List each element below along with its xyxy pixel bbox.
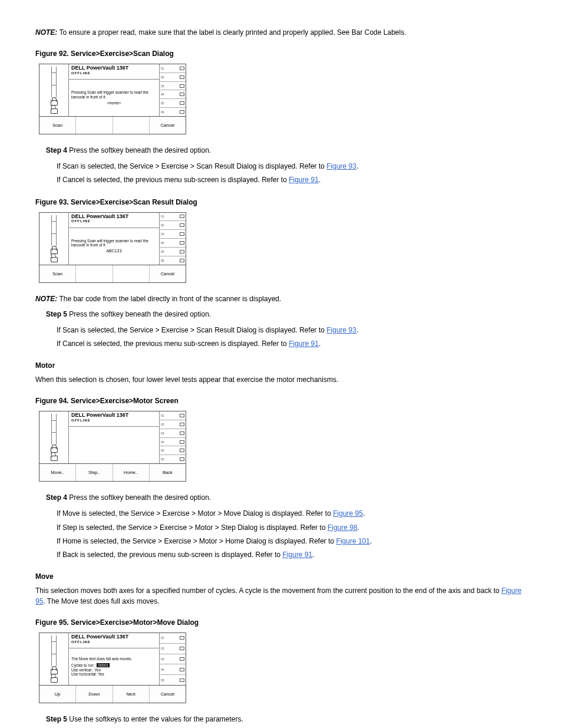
drive-tag: 01 <box>161 215 164 218</box>
drive-status-column: 01 02 03 04 05 06 <box>160 213 186 265</box>
drive-tag: 02 <box>161 223 164 227</box>
drive-box-icon <box>180 647 184 650</box>
note-text: The bar code from the label directly in … <box>57 295 281 303</box>
move-text-post: . The Move test does full axis moves. <box>43 597 159 605</box>
drive-box-icon <box>180 259 184 262</box>
drive-box-icon <box>180 110 184 114</box>
drive-box-icon <box>180 101 184 105</box>
drive-tag: 02 <box>161 647 164 650</box>
slot-scale <box>51 635 57 666</box>
item-text: If Back is selected, the previous menu s… <box>57 551 283 559</box>
link-figure93[interactable]: Figure 93 <box>326 162 356 170</box>
drive-tag: 04 <box>161 668 164 671</box>
drive-status-column: 01 02 03 04 05 06 <box>160 411 186 463</box>
device-logo: DELL PowerVault 136T OFFLINE <box>69 633 159 648</box>
drive-status-column: 01 02 03 04 05 <box>160 633 186 685</box>
device-message: Pressing Scan will trigger scanner to re… <box>69 228 159 265</box>
device-message: Pressing Scan will trigger scanner to re… <box>69 80 159 116</box>
step-number: Step 4 <box>46 493 67 502</box>
drive-box-icon <box>180 93 184 96</box>
drive-tag: 06 <box>161 110 164 114</box>
link-figure95[interactable]: Figure 95 <box>333 509 363 518</box>
drive-box-icon <box>180 440 184 444</box>
softkey-cancel: Cancel <box>150 117 186 134</box>
move-heading: Move <box>35 571 527 582</box>
step-text: Press the softkey beneath the desired op… <box>67 310 211 318</box>
param-horizontal-value: Yes <box>98 672 104 676</box>
softkey-empty <box>76 265 113 282</box>
link-figure91[interactable]: Figure 91 <box>289 340 319 348</box>
softkey-next: Next <box>113 686 150 703</box>
step-number: Step 5 <box>46 310 67 318</box>
drive-tag: 02 <box>161 75 164 79</box>
drive-tag: 06 <box>161 457 164 461</box>
drive-box-icon <box>180 678 184 682</box>
drive-box-icon <box>180 75 184 79</box>
item-text: If Cancel is selected, the previous menu… <box>57 340 289 348</box>
item-text: If Home is selected, the Service > Exerc… <box>57 537 336 545</box>
drive-tag: 01 <box>161 636 164 640</box>
scan-result: <none> <box>71 101 157 106</box>
step-text: Press the softkey beneath the desired op… <box>67 493 211 502</box>
drive-box-icon <box>180 423 184 426</box>
device-left-panel <box>39 633 69 685</box>
logo-text: DELL PowerVault 136T <box>71 413 157 419</box>
drive-status-column: 01 02 03 04 05 06 <box>160 64 186 116</box>
drive-box-icon <box>180 223 184 227</box>
message-text: Pressing Scan will trigger scanner to re… <box>71 239 157 248</box>
link-figure91[interactable]: Figure 91 <box>283 551 313 559</box>
figure94-label: Figure 94. Service>Exercise>Motor Screen <box>35 396 527 406</box>
figure92-image: DELL PowerVault 136T OFFLINE Pressing Sc… <box>39 64 186 134</box>
note-label: NOTE: <box>35 28 57 37</box>
drive-box-icon <box>180 84 184 88</box>
unlock-icon <box>50 254 58 262</box>
item-text: If Cancel is selected, the previous menu… <box>57 176 289 184</box>
drive-box-icon <box>180 457 184 461</box>
message-text: The Move test does full axis moves. <box>71 657 157 661</box>
softkey-scan: Scan <box>39 265 76 282</box>
softkey-scan: Scan <box>39 117 76 134</box>
unlock-icon <box>50 453 58 461</box>
link-figure101[interactable]: Figure 101 <box>336 537 370 545</box>
offline-text: OFFLINE <box>71 219 157 223</box>
device-left-panel <box>39 64 69 116</box>
figure94-image: DELL PowerVault 136T OFFLINE 01 02 03 04… <box>39 411 186 482</box>
drive-tag: 03 <box>161 232 164 236</box>
offline-text: OFFLINE <box>71 419 157 423</box>
param-cycles-label: Cycles to run : <box>71 663 96 667</box>
drive-tag: 03 <box>161 657 164 661</box>
drive-tag: 04 <box>161 93 164 96</box>
drive-tag: 03 <box>161 84 164 88</box>
logo-text: DELL PowerVault 136T <box>71 214 157 220</box>
logo-text: DELL PowerVault 136T <box>71 65 157 71</box>
drive-tag: 01 <box>161 67 164 70</box>
motor-text: When this selection is chosen, four lowe… <box>35 374 527 385</box>
item-text: If Move is selected, the Service > Exerc… <box>57 509 333 518</box>
step-text: Use the softkeys to enter the values for… <box>67 715 243 723</box>
softkey-home: Home.. <box>113 464 150 481</box>
list-item: If Move is selected, the Service > Exerc… <box>57 508 527 519</box>
message-text: Pressing Scan will trigger scanner to re… <box>71 90 157 100</box>
softkey-move: Move.. <box>39 464 76 481</box>
move-text-pre: This selection moves both axes for a spe… <box>35 587 501 595</box>
step5-item: If Cancel is selected, the previous menu… <box>57 338 527 350</box>
device-message: The Move test does full axis moves. Cycl… <box>69 648 159 685</box>
unlock-icon <box>50 106 58 114</box>
link-figure91[interactable]: Figure 91 <box>289 176 319 184</box>
drive-tag: 04 <box>161 241 164 245</box>
link-figure98[interactable]: Figure 98 <box>328 523 358 532</box>
unlock-icon <box>50 674 58 683</box>
offline-text: OFFLINE <box>71 640 157 644</box>
drive-tag: 05 <box>161 678 164 682</box>
offline-text: OFFLINE <box>71 71 157 75</box>
lock-icon <box>50 246 58 254</box>
device-left-panel <box>39 213 69 265</box>
step-number: Step 4 <box>46 146 67 154</box>
step5b: Step 5 Use the softkeys to enter the val… <box>46 714 527 725</box>
drive-box-icon <box>180 449 184 452</box>
softkey-cancel: Cancel <box>150 686 186 703</box>
list-item: If Home is selected, the Service > Exerc… <box>57 536 527 547</box>
link-figure93[interactable]: Figure 93 <box>326 326 356 334</box>
drive-box-icon <box>180 414 184 417</box>
softkey-cancel: Cancel <box>150 265 186 282</box>
